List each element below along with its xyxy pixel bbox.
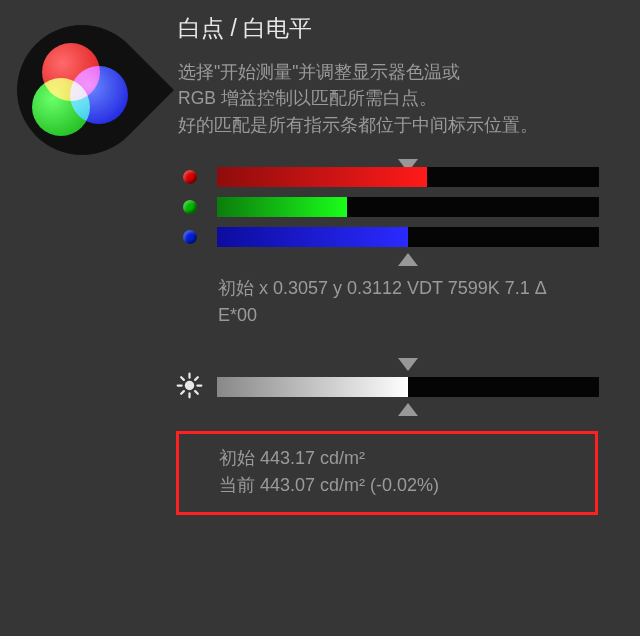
brightness-icon: [176, 372, 203, 403]
svg-line-7: [181, 391, 184, 394]
initial-reading-line: 初始 x 0.3057 y 0.3112 VDT 7599K 7.1 Δ: [218, 278, 547, 298]
brightness-bar-row: [178, 372, 630, 403]
svg-line-6: [195, 391, 198, 394]
initial-reading-text: 初始 x 0.3057 y 0.3112 VDT 7599K 7.1 Δ E*0…: [218, 275, 630, 329]
blue-bar-fill: [217, 227, 408, 247]
description-line: 选择"开始测量"并调整显示器色温或: [178, 59, 630, 85]
luminance-current-text: 当前 443.07 cd/m² (-0.02%): [219, 472, 577, 499]
green-bar-row: [178, 192, 630, 222]
luminance-initial-text: 初始 443.17 cd/m²: [219, 445, 577, 472]
initial-reading-line: E*00: [218, 305, 257, 325]
target-marker-up-icon: [398, 253, 418, 266]
svg-point-0: [185, 381, 194, 390]
red-bar-row: [178, 162, 630, 192]
target-marker-down-icon: [398, 358, 418, 371]
brightness-bar-track: [217, 377, 599, 397]
svg-line-8: [195, 377, 198, 380]
blue-dot-icon: [183, 230, 197, 244]
red-bar-track: [217, 167, 599, 187]
blue-bar-track: [217, 227, 599, 247]
blue-bar-row: [178, 222, 630, 252]
green-dot-icon: [183, 200, 197, 214]
red-dot-icon: [183, 170, 197, 184]
svg-line-5: [181, 377, 184, 380]
description-line: 好的匹配是所有指示条都位于中间标示位置。: [178, 112, 630, 138]
green-bar-fill: [217, 197, 347, 217]
luminance-highlight-box: 初始 443.17 cd/m² 当前 443.07 cd/m² (-0.02%): [176, 431, 598, 515]
brightness-bar-fill: [217, 377, 408, 397]
red-bar-fill: [217, 167, 427, 187]
description-line: RGB 增益控制以匹配所需白点。: [178, 85, 630, 111]
app-icon: [12, 20, 152, 160]
rgb-bars-section: [178, 162, 630, 252]
page-title: 白点 / 白电平: [178, 13, 630, 44]
green-bar-track: [217, 197, 599, 217]
description-text: 选择"开始测量"并调整显示器色温或 RGB 增益控制以匹配所需白点。 好的匹配是…: [178, 59, 630, 138]
target-marker-up-icon: [398, 403, 418, 416]
